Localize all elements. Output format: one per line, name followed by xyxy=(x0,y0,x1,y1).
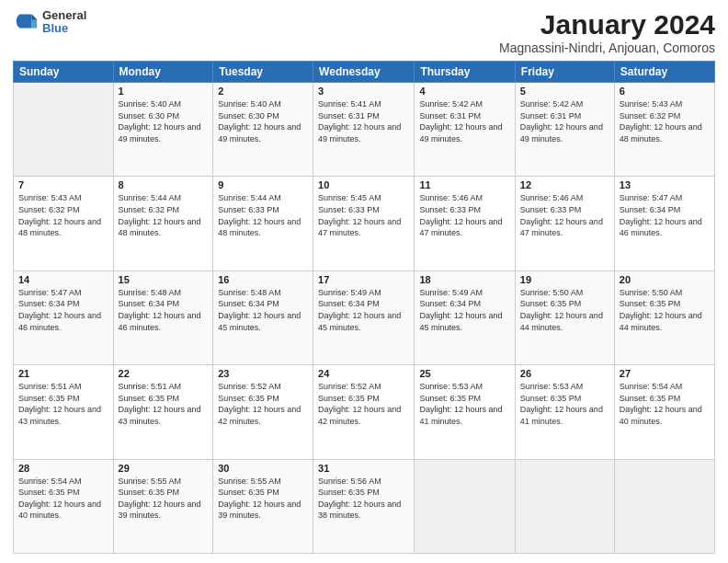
week-row-1: 1Sunrise: 5:40 AMSunset: 6:30 PMDaylight… xyxy=(14,83,715,177)
day-info: Sunrise: 5:42 AMSunset: 6:31 PMDaylight:… xyxy=(520,98,609,144)
calendar-cell: 18Sunrise: 5:49 AMSunset: 6:34 PMDayligh… xyxy=(415,270,515,364)
week-row-5: 28Sunrise: 5:54 AMSunset: 6:35 PMDayligh… xyxy=(14,459,715,553)
day-info: Sunrise: 5:43 AMSunset: 6:32 PMDaylight:… xyxy=(620,98,710,144)
calendar-cell: 12Sunrise: 5:46 AMSunset: 6:33 PMDayligh… xyxy=(515,177,614,270)
day-number: 14 xyxy=(18,274,108,285)
day-number: 23 xyxy=(218,368,308,379)
calendar-cell: 19Sunrise: 5:50 AMSunset: 6:35 PMDayligh… xyxy=(515,270,614,364)
day-info: Sunrise: 5:46 AMSunset: 6:33 PMDaylight:… xyxy=(419,192,509,238)
calendar-cell: 13Sunrise: 5:47 AMSunset: 6:34 PMDayligh… xyxy=(614,177,714,270)
day-number: 18 xyxy=(419,274,509,285)
day-info: Sunrise: 5:53 AMSunset: 6:35 PMDaylight:… xyxy=(520,381,609,427)
day-number: 31 xyxy=(318,463,409,474)
day-info: Sunrise: 5:40 AMSunset: 6:30 PMDaylight:… xyxy=(218,98,308,144)
day-number: 17 xyxy=(318,274,409,285)
calendar-table: SundayMondayTuesdayWednesdayThursdayFrid… xyxy=(13,61,715,554)
calendar-cell: 25Sunrise: 5:53 AMSunset: 6:35 PMDayligh… xyxy=(415,365,515,459)
calendar-cell: 10Sunrise: 5:45 AMSunset: 6:33 PMDayligh… xyxy=(313,177,415,270)
header: General Blue January 2024 Magnassini-Nin… xyxy=(13,9,715,55)
calendar-cell: 24Sunrise: 5:52 AMSunset: 6:35 PMDayligh… xyxy=(313,365,415,459)
calendar-cell: 22Sunrise: 5:51 AMSunset: 6:35 PMDayligh… xyxy=(113,365,213,459)
day-info: Sunrise: 5:55 AMSunset: 6:35 PMDaylight:… xyxy=(218,476,308,522)
day-number: 29 xyxy=(119,463,209,474)
day-info: Sunrise: 5:45 AMSunset: 6:33 PMDaylight:… xyxy=(318,192,409,238)
logo-blue: Blue xyxy=(42,22,86,35)
day-info: Sunrise: 5:54 AMSunset: 6:35 PMDaylight:… xyxy=(620,381,710,427)
calendar-subtitle: Magnassini-Nindri, Anjouan, Comoros xyxy=(499,40,715,55)
weekday-header-tuesday: Tuesday xyxy=(213,62,313,83)
day-number: 10 xyxy=(318,179,409,190)
day-number: 21 xyxy=(18,368,108,379)
logo-icon xyxy=(13,9,39,35)
weekday-header-row: SundayMondayTuesdayWednesdayThursdayFrid… xyxy=(14,62,715,83)
day-number: 7 xyxy=(18,179,108,190)
day-info: Sunrise: 5:50 AMSunset: 6:35 PMDaylight:… xyxy=(620,287,710,333)
calendar-cell xyxy=(14,83,114,177)
weekday-header-saturday: Saturday xyxy=(614,62,714,83)
day-info: Sunrise: 5:44 AMSunset: 6:33 PMDaylight:… xyxy=(218,192,308,238)
day-number: 24 xyxy=(318,368,409,379)
calendar-cell: 21Sunrise: 5:51 AMSunset: 6:35 PMDayligh… xyxy=(14,365,114,459)
day-number: 1 xyxy=(119,86,209,97)
calendar-cell: 16Sunrise: 5:48 AMSunset: 6:34 PMDayligh… xyxy=(213,270,313,364)
calendar-cell: 11Sunrise: 5:46 AMSunset: 6:33 PMDayligh… xyxy=(415,177,515,270)
day-info: Sunrise: 5:44 AMSunset: 6:32 PMDaylight:… xyxy=(119,192,209,238)
calendar-cell: 3Sunrise: 5:41 AMSunset: 6:31 PMDaylight… xyxy=(313,83,415,177)
day-info: Sunrise: 5:46 AMSunset: 6:33 PMDaylight:… xyxy=(520,192,609,238)
calendar-cell: 5Sunrise: 5:42 AMSunset: 6:31 PMDaylight… xyxy=(515,83,614,177)
day-number: 16 xyxy=(218,274,308,285)
calendar-cell: 31Sunrise: 5:56 AMSunset: 6:35 PMDayligh… xyxy=(313,459,415,553)
day-info: Sunrise: 5:47 AMSunset: 6:34 PMDaylight:… xyxy=(18,287,108,333)
calendar-cell: 27Sunrise: 5:54 AMSunset: 6:35 PMDayligh… xyxy=(614,365,714,459)
day-info: Sunrise: 5:41 AMSunset: 6:31 PMDaylight:… xyxy=(318,98,409,144)
day-info: Sunrise: 5:52 AMSunset: 6:35 PMDaylight:… xyxy=(318,381,409,427)
calendar-cell: 6Sunrise: 5:43 AMSunset: 6:32 PMDaylight… xyxy=(614,83,714,177)
calendar-cell: 15Sunrise: 5:48 AMSunset: 6:34 PMDayligh… xyxy=(113,270,213,364)
calendar-cell: 30Sunrise: 5:55 AMSunset: 6:35 PMDayligh… xyxy=(213,459,313,553)
day-info: Sunrise: 5:52 AMSunset: 6:35 PMDaylight:… xyxy=(218,381,308,427)
day-number: 12 xyxy=(520,179,609,190)
day-info: Sunrise: 5:51 AMSunset: 6:35 PMDaylight:… xyxy=(18,381,108,427)
day-number: 2 xyxy=(218,86,308,97)
day-number: 22 xyxy=(119,368,209,379)
day-number: 9 xyxy=(218,179,308,190)
day-info: Sunrise: 5:47 AMSunset: 6:34 PMDaylight:… xyxy=(620,192,710,238)
day-info: Sunrise: 5:49 AMSunset: 6:34 PMDaylight:… xyxy=(419,287,509,333)
week-row-2: 7Sunrise: 5:43 AMSunset: 6:32 PMDaylight… xyxy=(14,177,715,270)
day-number: 19 xyxy=(520,274,609,285)
weekday-header-sunday: Sunday xyxy=(14,62,114,83)
weekday-header-thursday: Thursday xyxy=(415,62,515,83)
calendar-title: January 2024 xyxy=(499,9,715,40)
calendar-cell: 8Sunrise: 5:44 AMSunset: 6:32 PMDaylight… xyxy=(113,177,213,270)
week-row-4: 21Sunrise: 5:51 AMSunset: 6:35 PMDayligh… xyxy=(14,365,715,459)
day-info: Sunrise: 5:42 AMSunset: 6:31 PMDaylight:… xyxy=(419,98,509,144)
day-info: Sunrise: 5:48 AMSunset: 6:34 PMDaylight:… xyxy=(119,287,209,333)
day-number: 13 xyxy=(620,179,710,190)
weekday-header-friday: Friday xyxy=(515,62,614,83)
day-info: Sunrise: 5:54 AMSunset: 6:35 PMDaylight:… xyxy=(18,476,108,522)
logo-text: General Blue xyxy=(42,9,86,36)
calendar-cell: 14Sunrise: 5:47 AMSunset: 6:34 PMDayligh… xyxy=(14,270,114,364)
week-row-3: 14Sunrise: 5:47 AMSunset: 6:34 PMDayligh… xyxy=(14,270,715,364)
calendar-cell: 2Sunrise: 5:40 AMSunset: 6:30 PMDaylight… xyxy=(213,83,313,177)
day-number: 6 xyxy=(620,86,710,97)
calendar-cell xyxy=(614,459,714,553)
calendar-cell: 23Sunrise: 5:52 AMSunset: 6:35 PMDayligh… xyxy=(213,365,313,459)
calendar-cell: 26Sunrise: 5:53 AMSunset: 6:35 PMDayligh… xyxy=(515,365,614,459)
day-number: 5 xyxy=(520,86,609,97)
day-number: 20 xyxy=(620,274,710,285)
day-info: Sunrise: 5:43 AMSunset: 6:32 PMDaylight:… xyxy=(18,192,108,238)
day-number: 30 xyxy=(218,463,308,474)
weekday-header-wednesday: Wednesday xyxy=(313,62,415,83)
calendar-cell: 20Sunrise: 5:50 AMSunset: 6:35 PMDayligh… xyxy=(614,270,714,364)
logo: General Blue xyxy=(13,9,86,36)
day-number: 3 xyxy=(318,86,409,97)
calendar-cell: 29Sunrise: 5:55 AMSunset: 6:35 PMDayligh… xyxy=(113,459,213,553)
day-info: Sunrise: 5:51 AMSunset: 6:35 PMDaylight:… xyxy=(119,381,209,427)
calendar-cell: 9Sunrise: 5:44 AMSunset: 6:33 PMDaylight… xyxy=(213,177,313,270)
day-number: 26 xyxy=(520,368,609,379)
day-info: Sunrise: 5:56 AMSunset: 6:35 PMDaylight:… xyxy=(318,476,409,522)
weekday-header-monday: Monday xyxy=(113,62,213,83)
day-info: Sunrise: 5:50 AMSunset: 6:35 PMDaylight:… xyxy=(520,287,609,333)
calendar-cell: 28Sunrise: 5:54 AMSunset: 6:35 PMDayligh… xyxy=(14,459,114,553)
